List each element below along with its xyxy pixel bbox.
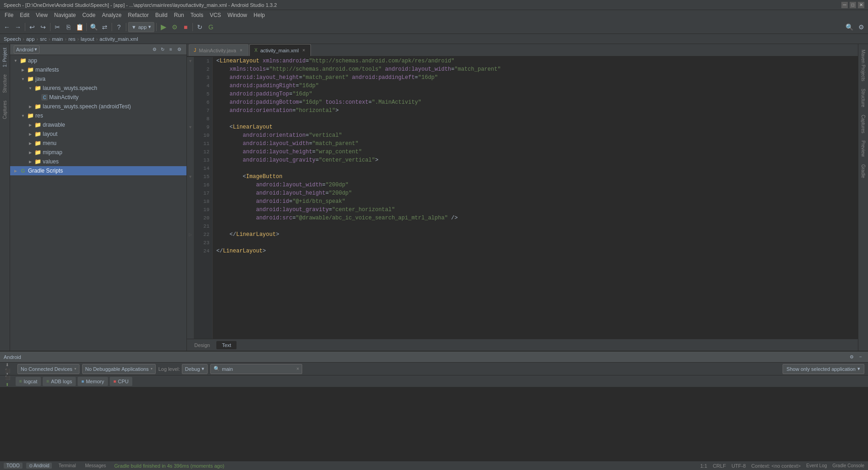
fold-arrow-22[interactable]: ▷: [187, 230, 194, 239]
gradle-console-button[interactable]: Gradle Console: [833, 463, 864, 469]
fold-arrow-9[interactable]: ▼: [187, 123, 194, 131]
project-collapse-btn[interactable]: ≡: [167, 46, 175, 53]
tree-toggle-mipmap[interactable]: ▶: [27, 151, 34, 155]
menu-edit[interactable]: Edit: [17, 11, 32, 19]
tree-toggle-res[interactable]: ▼: [19, 114, 27, 118]
menu-view[interactable]: View: [33, 11, 51, 19]
tree-item-mainactivity[interactable]: C MainActivity: [10, 93, 186, 102]
tree-item-androidtest[interactable]: ▶ 📁 laurens_wuyts.speech (androidTest): [10, 102, 186, 111]
settings-button[interactable]: ⚙: [856, 22, 866, 32]
menu-code[interactable]: Code: [79, 11, 98, 19]
structure-tab[interactable]: Structure: [0, 71, 9, 97]
log-level-dropdown[interactable]: Debug ▾: [182, 364, 208, 374]
menu-window[interactable]: Window: [225, 11, 250, 19]
search-everywhere-button[interactable]: 🔍: [844, 22, 854, 32]
undo-button[interactable]: ↩: [27, 22, 37, 32]
tab-mainactivity-close[interactable]: ×: [240, 48, 242, 53]
menu-build[interactable]: Build: [152, 11, 170, 19]
event-log-button[interactable]: Event Log: [806, 463, 827, 469]
stop-button[interactable]: ■: [180, 22, 191, 32]
tab-activity-main-close[interactable]: ×: [302, 48, 305, 53]
project-gear-btn[interactable]: ⚙: [175, 46, 183, 53]
tree-toggle-manifests[interactable]: ▶: [19, 68, 27, 72]
tree-item-app[interactable]: ▼ 📁 app: [10, 56, 186, 65]
adb-logs-tab[interactable]: ≡ ADB logs: [43, 377, 76, 386]
project-tab[interactable]: 1: Project: [0, 44, 9, 71]
tree-item-mipmap[interactable]: ▶ 📁 mipmap: [10, 148, 186, 157]
tree-toggle-gradle[interactable]: ▶: [12, 169, 19, 173]
project-sync-btn[interactable]: ↻: [159, 46, 166, 53]
captures-right-tab[interactable]: Captures: [859, 111, 868, 137]
menu-vcs[interactable]: VCS: [207, 11, 224, 19]
copy-button[interactable]: ⎘: [63, 22, 73, 32]
search-input[interactable]: [222, 366, 294, 372]
maven-projects-tab[interactable]: Maven Projects: [859, 46, 868, 85]
search-clear-icon[interactable]: ×: [296, 366, 299, 371]
logcat-action-btn-1[interactable]: ⬛: [4, 368, 11, 374]
back-button[interactable]: ←: [2, 22, 12, 32]
debug-button[interactable]: ⚙: [169, 22, 180, 32]
close-button[interactable]: ✕: [858, 2, 864, 8]
forward-button[interactable]: →: [13, 22, 23, 32]
breadcrumb-layout[interactable]: layout: [81, 36, 94, 42]
tab-mainactivity[interactable]: J MainActivity.java ×: [189, 44, 248, 56]
menu-analyze[interactable]: Analyze: [99, 11, 124, 19]
memory-tab[interactable]: ■ Memory: [78, 377, 108, 386]
sync-button[interactable]: ↻: [195, 22, 205, 32]
replace-button[interactable]: ⇄: [100, 22, 110, 32]
tree-item-manifests[interactable]: ▶ 📁 manifests: [10, 65, 186, 74]
messages-tab[interactable]: Messages: [82, 463, 109, 469]
gradle-right-tab[interactable]: Gradle: [859, 161, 868, 182]
breadcrumb-app[interactable]: app: [26, 36, 34, 42]
menu-file[interactable]: File: [2, 11, 16, 19]
cpu-tab[interactable]: ■ CPU: [110, 377, 132, 386]
cut-button[interactable]: ✂: [52, 22, 62, 32]
fold-arrow-1[interactable]: ▼: [187, 57, 194, 65]
panel-minimize-btn[interactable]: −: [857, 353, 864, 361]
device-dropdown[interactable]: No Connected Devices ▾: [17, 364, 79, 374]
logcat-action-btn-3[interactable]: ⬆: [4, 381, 11, 388]
preview-tab[interactable]: Preview: [859, 137, 868, 161]
todo-tab[interactable]: TODO: [4, 463, 23, 469]
gradle-sync-button[interactable]: G: [206, 22, 216, 32]
tree-toggle-layout[interactable]: ▶: [27, 132, 34, 136]
show-selected-button[interactable]: Show only selected application ▾: [783, 364, 864, 374]
logcat-action-btn-2[interactable]: ⬛: [4, 375, 11, 381]
terminal-tab[interactable]: Terminal: [56, 463, 79, 469]
tree-item-java[interactable]: ▼ 📁 java: [10, 74, 186, 84]
design-tab[interactable]: Design: [189, 341, 215, 349]
breadcrumb-speech[interactable]: Speech: [4, 36, 21, 42]
tree-toggle-app[interactable]: ▼: [12, 59, 19, 63]
logcat-tab[interactable]: ≡ logcat: [16, 377, 41, 386]
tree-toggle-package[interactable]: ▼: [27, 86, 34, 90]
tree-item-layout[interactable]: ▶ 📁 layout: [10, 129, 186, 139]
tree-item-gradle[interactable]: ▶ G Gradle Scripts: [10, 166, 186, 175]
breadcrumb-activity-main[interactable]: activity_main.xml: [100, 36, 138, 42]
tab-activity-main[interactable]: X activity_main.xml ×: [249, 44, 311, 56]
search-box[interactable]: 🔍 ×: [210, 364, 302, 374]
maximize-button[interactable]: □: [850, 2, 856, 8]
menu-tools[interactable]: Tools: [188, 11, 206, 19]
tree-toggle-drawable[interactable]: ▶: [27, 123, 34, 127]
breadcrumb-src[interactable]: src: [40, 36, 47, 42]
project-type-dropdown[interactable]: Android ▾: [14, 45, 39, 54]
menu-run[interactable]: Run: [171, 11, 187, 19]
menu-help[interactable]: Help: [251, 11, 268, 19]
run-button[interactable]: ▶: [158, 22, 169, 32]
code-content[interactable]: <LinearLayout xmlns:android="http://sche…: [213, 57, 858, 339]
help-button[interactable]: ?: [114, 22, 124, 32]
minimize-button[interactable]: ─: [841, 2, 848, 8]
find-button[interactable]: 🔍: [89, 22, 99, 32]
project-settings-btn[interactable]: ⚙: [151, 46, 158, 53]
menu-navigate[interactable]: Navigate: [51, 11, 79, 19]
structure-right-tab[interactable]: Structure: [859, 85, 868, 111]
paste-button[interactable]: 📋: [74, 22, 85, 32]
tree-item-res[interactable]: ▼ 📁 res: [10, 111, 186, 120]
android-status-tab[interactable]: ⊙ Android: [26, 463, 52, 469]
redo-button[interactable]: ↪: [38, 22, 48, 32]
tree-toggle-androidtest[interactable]: ▶: [27, 105, 34, 109]
panel-settings-btn[interactable]: ⚙: [848, 353, 855, 361]
tree-item-drawable[interactable]: ▶ 📁 drawable: [10, 120, 186, 129]
menu-refactor[interactable]: Refactor: [125, 11, 152, 19]
tree-toggle-menu[interactable]: ▶: [27, 141, 34, 145]
